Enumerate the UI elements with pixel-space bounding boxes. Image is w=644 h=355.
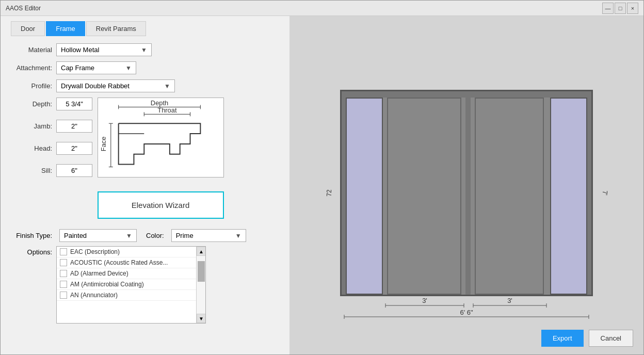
- tab-bar: Door Frame Revit Params: [11, 21, 279, 36]
- color-select[interactable]: Prime ▼: [171, 229, 246, 242]
- profile-value: Drywall Double Rabbet: [61, 82, 130, 90]
- sill-row: Sill:: [11, 164, 92, 177]
- scroll-track: [197, 256, 205, 314]
- attachment-label: Attachment:: [11, 64, 52, 72]
- material-arrow-icon: ▼: [141, 46, 147, 54]
- jamb-row: Jamb:: [11, 120, 92, 133]
- option-text-acoustic: ACOUSTIC (Acoustic Rated Asse...: [70, 259, 168, 266]
- options-list: EAC (Description) ACOUSTIC (Acoustic Rat…: [57, 247, 196, 323]
- dim-7-label: 7': [602, 191, 609, 196]
- tab-revit-params[interactable]: Revit Params: [86, 21, 146, 36]
- option-text-am: AM (Antimicrobial Coating): [70, 281, 144, 288]
- cancel-button[interactable]: Cancel: [589, 330, 633, 347]
- elevation-wizard-button[interactable]: Elevation Wizard: [98, 191, 224, 219]
- depth-label: Depth:: [11, 100, 52, 108]
- tab-frame[interactable]: Frame: [46, 21, 85, 36]
- left-panel: Door Frame Revit Params Material Hollow …: [1, 16, 289, 354]
- svg-text:3': 3': [422, 297, 427, 304]
- option-item-eac[interactable]: EAC (Description): [57, 247, 196, 257]
- tab-door[interactable]: Door: [11, 21, 45, 36]
- color-arrow-icon: ▼: [235, 232, 242, 239]
- dimension-lines-svg: 3' 3' 6' 6": [340, 296, 593, 327]
- depth-input[interactable]: [56, 98, 92, 110]
- material-label: Material: [11, 46, 52, 54]
- sill-input[interactable]: [56, 164, 92, 177]
- door-panel-left: [387, 98, 461, 295]
- profile-diagram: Depth Throat Face: [98, 98, 224, 178]
- right-panel: 72: [289, 16, 643, 354]
- profile-label: Profile:: [11, 82, 52, 90]
- option-item-am[interactable]: AM (Antimicrobial Coating): [57, 279, 196, 290]
- main-window: AAOS Editor — □ × Door Frame Revit Param…: [0, 0, 644, 355]
- profile-select[interactable]: Drywall Double Rabbet ▼: [56, 79, 175, 92]
- window-title: AAOS Editor: [6, 5, 602, 12]
- scroll-up-button[interactable]: ▲: [197, 247, 206, 256]
- right-dim-container: 7': [603, 90, 607, 296]
- options-label: Options:: [11, 246, 52, 256]
- material-value: Hollow Metal: [61, 46, 99, 54]
- title-bar-buttons: — □ ×: [602, 3, 638, 14]
- depth-row: Depth:: [11, 98, 92, 110]
- attachment-value: Cap Frame: [61, 64, 94, 72]
- head-row: Head:: [11, 142, 92, 155]
- buttons-row: Export Cancel: [541, 330, 633, 347]
- jamb-label: Jamb:: [11, 122, 52, 130]
- profile-arrow-icon: ▼: [164, 83, 170, 90]
- finish-type-arrow-icon: ▼: [126, 232, 132, 239]
- profile-row: Profile: Drywall Double Rabbet ▼: [11, 79, 279, 92]
- svg-text:Face: Face: [100, 137, 107, 152]
- attachment-arrow-icon: ▼: [125, 64, 132, 72]
- svg-text:3': 3': [507, 297, 512, 304]
- option-item-an[interactable]: AN (Annunciator): [57, 290, 196, 301]
- door-frame-wrapper: 3' 3' 6' 6": [340, 90, 593, 296]
- content-area: Door Frame Revit Params Material Hollow …: [1, 16, 643, 354]
- finish-row: Finish Type: Painted ▼ Color: Prime ▼: [11, 229, 279, 242]
- svg-text:Depth: Depth: [151, 99, 168, 107]
- options-list-container: EAC (Description) ACOUSTIC (Acoustic Rat…: [56, 246, 206, 324]
- option-checkbox-eac[interactable]: [60, 248, 67, 255]
- frame-right: [587, 98, 591, 295]
- close-button[interactable]: ×: [627, 3, 638, 14]
- export-button[interactable]: Export: [541, 330, 584, 347]
- door-panel-right: [475, 98, 544, 295]
- color-label: Color:: [146, 232, 164, 239]
- options-row: Options: EAC (Description) ACOUSTIC (Aco…: [11, 246, 279, 324]
- profile-svg: Depth Throat Face: [98, 98, 223, 178]
- dimension-fields: Depth: Jamb: Head: Sill:: [11, 98, 92, 182]
- material-row: Material Hollow Metal ▼: [11, 43, 279, 56]
- option-checkbox-acoustic[interactable]: [60, 259, 67, 266]
- dim-72-label: 72: [326, 189, 333, 196]
- color-value: Prime: [176, 232, 194, 239]
- sidelight-right: [550, 98, 587, 295]
- attachment-select[interactable]: Cap Frame ▼: [56, 61, 136, 74]
- option-checkbox-an[interactable]: [60, 292, 67, 299]
- head-label: Head:: [11, 144, 52, 152]
- minimize-button[interactable]: —: [602, 3, 614, 14]
- door-frame-outer: [340, 90, 593, 296]
- option-checkbox-ad[interactable]: [60, 270, 67, 277]
- option-text-eac: EAC (Description): [70, 248, 120, 255]
- option-item-ad[interactable]: AD (Alarmed Device): [57, 268, 196, 279]
- finish-type-select[interactable]: Painted ▼: [59, 229, 137, 242]
- option-item-acoustic[interactable]: ACOUSTIC (Acoustic Rated Asse...: [57, 257, 196, 268]
- option-text-ad: AD (Alarmed Device): [70, 270, 128, 277]
- elevation-view-container: 72: [340, 90, 593, 296]
- frame-top: [342, 91, 591, 98]
- options-scrollbar[interactable]: ▲ ▼: [196, 247, 205, 323]
- finish-type-value: Painted: [64, 232, 87, 239]
- svg-text:Throat: Throat: [157, 106, 177, 114]
- material-select[interactable]: Hollow Metal ▼: [56, 43, 152, 56]
- option-checkbox-am[interactable]: [60, 281, 67, 288]
- maximize-button[interactable]: □: [615, 3, 626, 14]
- jamb-input[interactable]: [56, 120, 92, 133]
- svg-text:6' 6": 6' 6": [460, 309, 473, 316]
- option-text-an: AN (Annunciator): [70, 292, 118, 299]
- scroll-thumb[interactable]: [198, 261, 205, 282]
- vertical-dim-container: 72: [326, 90, 332, 296]
- title-bar: AAOS Editor — □ ×: [1, 1, 643, 16]
- sidelight-left: [346, 98, 383, 295]
- head-input[interactable]: [56, 142, 92, 155]
- sill-label: Sill:: [11, 167, 52, 174]
- door-mullion: [465, 98, 471, 295]
- scroll-down-button[interactable]: ▼: [197, 314, 206, 323]
